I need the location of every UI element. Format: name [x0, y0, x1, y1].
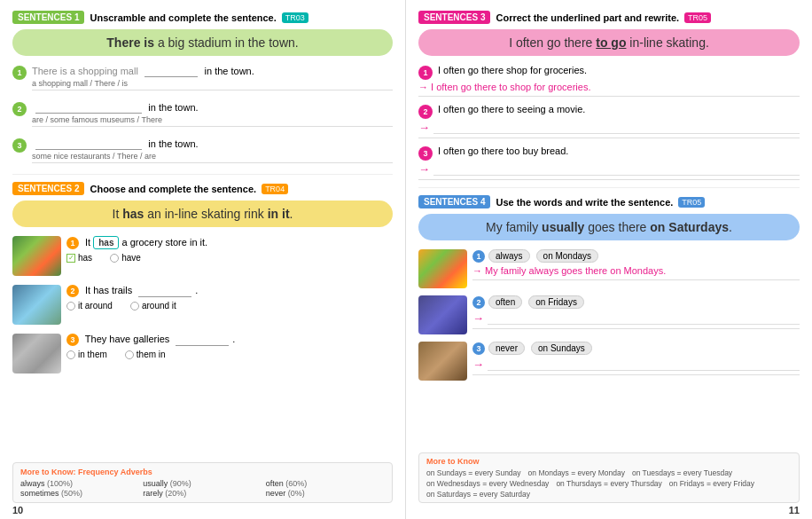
- s1-badge: SENTENCES 1: [12, 11, 84, 24]
- s2-choice-around-it[interactable]: around it: [130, 301, 176, 311]
- s2-item-1-num: 1: [66, 237, 79, 249]
- s4-item-2-words: 2 often on Fridays: [472, 295, 800, 309]
- s2-radio-in-them: [66, 350, 75, 359]
- s2-item-1-choices: has have: [66, 253, 393, 263]
- divider-1: [12, 174, 393, 175]
- s2-check-has: [66, 254, 75, 263]
- s2-choice-has[interactable]: has: [66, 253, 92, 263]
- s1-item-2-hint: are / some famous museums / There: [32, 115, 393, 127]
- s4-example: My family usually goes there on Saturday…: [418, 214, 800, 240]
- s3-item-2-num: 2: [418, 105, 433, 119]
- page-right: SENTENCES 3 Correct the underlined part …: [406, 0, 812, 519]
- s2-item-2-choices: it around around it: [66, 301, 393, 311]
- s2-radio-have: [110, 254, 119, 263]
- s1-item-3-content: in the town. some nice restaurants / The…: [32, 138, 393, 163]
- s3-item-2-answer: →: [418, 121, 800, 138]
- s4-item-2-image: [418, 295, 467, 334]
- s2-example: It has an in-line skating rink in it.: [12, 201, 393, 227]
- bottom-title-right: More to Know: [426, 457, 792, 466]
- s3-item-3-sentence: I often go there too buy bread.: [438, 145, 568, 156]
- s1-example: There is a big stadium in the town.: [12, 29, 393, 56]
- s4-item-1-answer: → My family always goes there on Mondays…: [472, 265, 800, 280]
- freq-always: always (100%): [20, 479, 139, 488]
- s1-item-1-hint: a shopping mall / There / is: [32, 79, 393, 90]
- s4-img-cinema: [418, 295, 467, 334]
- page-left: SENTENCES 1 Unscramble and complete the …: [0, 0, 406, 519]
- s4-word-1-1: always: [488, 249, 530, 263]
- s2-choice-have[interactable]: have: [110, 253, 141, 263]
- s1-item-3-end: in the town.: [148, 138, 198, 149]
- s2-item-1-content: 1 It has a grocery store in it. has have: [66, 236, 393, 263]
- s2-radio-around-it: [130, 302, 139, 311]
- s3-item-3: 3 I often go there too buy bread. →: [418, 145, 800, 180]
- s3-arrow-3: →: [418, 162, 430, 176]
- s1-header: SENTENCES 1 Unscramble and complete the …: [12, 11, 393, 24]
- s4-word-3-2: on Sundays: [531, 342, 592, 355]
- s1-item-1-end: in the town.: [205, 66, 254, 76]
- s2-header: SENTENCES 2 Choose and complete the sent…: [12, 182, 393, 195]
- s2-item-2-image: [12, 285, 61, 325]
- bottom-title-left: More to Know: Frequency Adverbs: [20, 468, 385, 476]
- s2-item-2-content: 2 It has trails . it around around it: [66, 285, 393, 311]
- s2-choice-them-in[interactable]: them in: [125, 350, 166, 359]
- s2-choice-have-label: have: [121, 253, 141, 263]
- s3-item-2: 2 I often go there to seeing a movie. →: [418, 104, 800, 138]
- s3-arrow-2: →: [418, 121, 430, 134]
- s3-item-3-answer: →: [418, 162, 800, 180]
- s4-item-3-answer: →: [472, 358, 800, 375]
- freq-often: often (60%): [266, 479, 385, 488]
- s2-badge: SENTENCES 2: [12, 182, 84, 195]
- s1-item-3-blank: [35, 149, 142, 150]
- s4-word-1-2: on Mondays: [536, 249, 598, 263]
- s2-item-2: 2 It has trails . it around around it: [12, 285, 393, 325]
- s3-track: TR05: [684, 12, 711, 23]
- s4-arrow-2: →: [472, 311, 484, 325]
- freq-rarely: rarely (20%): [143, 489, 262, 498]
- know-wednesdays: on Wednesdays = every Wednesday: [426, 479, 549, 488]
- s2-track: TR04: [262, 184, 288, 194]
- s1-item-2-num: 2: [12, 102, 27, 116]
- s4-word-2-1: often: [488, 295, 522, 309]
- s4-item-1-words: 1 always on Mondays: [472, 249, 800, 263]
- s1-item-2-end: in the town.: [148, 102, 198, 113]
- s2-item-2-img-inner: [12, 285, 61, 325]
- s2-choice-in-them-label: in them: [78, 350, 107, 359]
- s2-choice-in-them[interactable]: in them: [66, 350, 107, 359]
- s4-item-3-image: [418, 342, 467, 381]
- s4-blank-3: [488, 358, 800, 371]
- s3-item-2-sentence: I often go there to seeing a movie.: [438, 104, 585, 114]
- s4-badge: SENTENCES 4: [418, 195, 490, 208]
- s4-arrow-3: →: [472, 358, 484, 371]
- s4-item-1: 1 always on Mondays → My family always g…: [418, 249, 800, 288]
- know-thursdays: on Thursdays = every Thursday: [556, 479, 661, 488]
- s1-item-3-num: 3: [12, 138, 27, 153]
- divider-right: [418, 187, 800, 188]
- s2-choice-it-around[interactable]: it around: [66, 301, 113, 311]
- s2-item-3: 3 They have galleries . in them them in: [12, 334, 393, 374]
- s2-item-3-img-inner: [12, 334, 61, 374]
- know-fridays: on Fridays = every Friday: [669, 479, 754, 488]
- s2-item-3-image: [12, 334, 61, 374]
- bottom-info-left: More to Know: Frequency Adverbs always (…: [12, 462, 393, 503]
- s2-item-1: 1 It has a grocery store in it. has have: [12, 236, 393, 276]
- s1-item-2: 2 in the town. are / some famous museums…: [12, 101, 393, 127]
- s4-item-1-image: [418, 249, 467, 288]
- s2-radio-it-around: [66, 302, 75, 311]
- know-sundays: on Sundays = every Sunday: [426, 468, 521, 477]
- s4-instruction: Use the words and write the sentence.: [496, 197, 673, 208]
- s1-item-3-hint: some nice restaurants / There / are: [32, 152, 393, 163]
- s2-item-2-num: 2: [66, 285, 79, 297]
- s2-item-3-num: 3: [66, 334, 79, 346]
- s4-img-market: [418, 249, 467, 288]
- s3-item-3-num: 3: [418, 146, 433, 161]
- s4-item-3: 3 never on Sundays →: [418, 342, 800, 381]
- s3-item-2-row: 2 I often go there to seeing a movie.: [418, 104, 800, 119]
- s4-item-2: 2 often on Fridays →: [418, 295, 800, 334]
- s2-radio-them-in: [125, 350, 134, 359]
- know-mondays: on Mondays = every Monday: [528, 468, 625, 477]
- s4-item-2-num: 2: [472, 296, 485, 309]
- s4-item-3-words: 3 never on Sundays: [472, 342, 800, 355]
- s4-item-3-content: 3 never on Sundays →: [472, 342, 800, 375]
- s2-choice-around-it-label: around it: [142, 301, 176, 311]
- s4-word-2-2: on Fridays: [528, 295, 584, 309]
